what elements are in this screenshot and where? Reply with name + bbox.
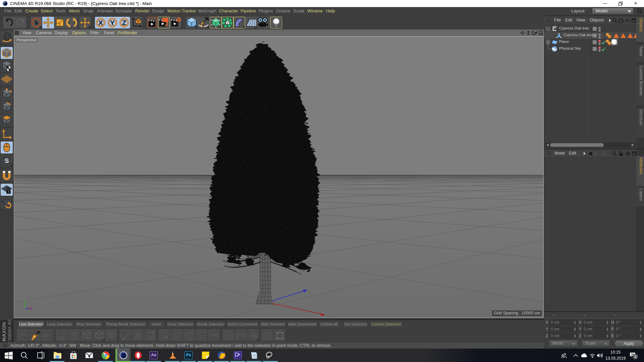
svg-text:X: X — [98, 19, 103, 26]
svg-text:Z: Z — [122, 19, 126, 26]
svg-text:S: S — [5, 157, 9, 164]
svg-text:Y: Y — [24, 298, 26, 302]
svg-text:Z: Z — [31, 307, 33, 311]
svg-text:Y: Y — [110, 19, 115, 26]
